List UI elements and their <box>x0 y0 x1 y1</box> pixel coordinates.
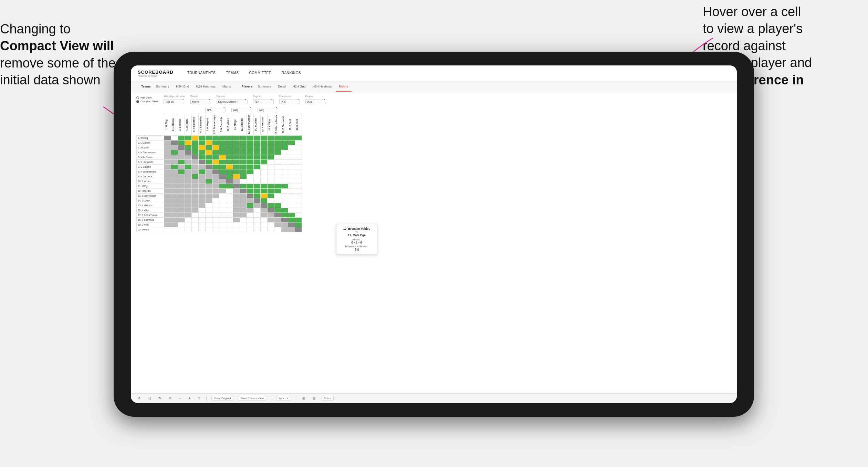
matrix-cell[interactable] <box>171 164 178 169</box>
matrix-cell[interactable] <box>288 150 295 155</box>
matrix-cell[interactable] <box>164 222 171 227</box>
matrix-cell[interactable] <box>199 203 206 208</box>
max-players-select-wrapper[interactable]: Top 25 <box>164 98 185 104</box>
matrix-cell[interactable] <box>254 135 261 140</box>
view-original-button[interactable]: View: Original <box>211 396 233 401</box>
matrix-cell[interactable] <box>226 188 233 193</box>
matrix-cell[interactable] <box>240 135 247 140</box>
matrix-cell[interactable] <box>254 203 261 208</box>
matrix-cell[interactable] <box>212 140 219 145</box>
matrix-cell[interactable] <box>226 140 233 145</box>
matrix-cell[interactable] <box>219 188 226 193</box>
matrix-cell[interactable] <box>261 208 268 212</box>
matrix-cell[interactable] <box>247 179 254 184</box>
matrix-cell[interactable] <box>226 193 233 198</box>
gender-select-wrapper[interactable]: Men's <box>190 98 211 104</box>
matrix-cell[interactable] <box>281 150 288 155</box>
matrix-cell[interactable] <box>185 208 192 212</box>
matrix-cell[interactable] <box>178 212 185 217</box>
matrix-cell[interactable] <box>274 145 281 150</box>
matrix-cell[interactable] <box>192 135 199 140</box>
matrix-cell[interactable] <box>164 212 171 217</box>
matrix-cell[interactable] <box>254 174 261 179</box>
help-button[interactable]: ? <box>197 396 202 401</box>
matrix-cell[interactable] <box>185 198 192 203</box>
matrix-cell[interactable] <box>254 155 261 159</box>
matrix-cell[interactable] <box>219 208 226 212</box>
matrix-cell[interactable] <box>261 164 268 169</box>
matrix-cell[interactable] <box>192 217 199 222</box>
matrix-cell[interactable] <box>199 222 206 227</box>
players2-select[interactable]: (All) <box>258 108 278 112</box>
matrix-cell[interactable] <box>206 174 212 179</box>
matrix-cell[interactable] <box>295 159 302 164</box>
matrix-cell[interactable] <box>164 164 171 169</box>
matrix-cell[interactable] <box>268 208 274 212</box>
matrix-cell[interactable] <box>281 227 288 232</box>
conference-select[interactable]: (All) <box>279 100 300 104</box>
matrix-cell[interactable] <box>247 193 254 198</box>
matrix-cell[interactable] <box>226 184 233 188</box>
matrix-cell[interactable] <box>261 227 268 232</box>
matrix-cell[interactable] <box>288 135 295 140</box>
matrix-cell[interactable] <box>226 159 233 164</box>
matrix-cell[interactable] <box>288 159 295 164</box>
matrix-cell[interactable] <box>164 227 171 232</box>
matrix-cell[interactable] <box>240 227 247 232</box>
matrix-cell[interactable] <box>226 208 233 212</box>
matrix-cell[interactable] <box>164 208 171 212</box>
matrix-cell[interactable] <box>233 222 240 227</box>
matrix-cell[interactable] <box>247 227 254 232</box>
matrix-cell[interactable] <box>219 174 226 179</box>
matrix-cell[interactable] <box>247 222 254 227</box>
matrix-cell[interactable] <box>274 169 281 174</box>
matrix-cell[interactable] <box>295 164 302 169</box>
matrix-cell[interactable] <box>171 159 178 164</box>
matrix-cell[interactable] <box>288 169 295 174</box>
matrix-cell[interactable] <box>288 222 295 227</box>
matrix-cell[interactable] <box>171 208 178 212</box>
matrix-cell[interactable] <box>281 198 288 203</box>
matrix-cell[interactable] <box>164 155 171 159</box>
matrix-cell[interactable] <box>206 145 212 150</box>
matrix-cell[interactable] <box>199 159 206 164</box>
matrix-cell[interactable] <box>192 227 199 232</box>
matrix-cell[interactable] <box>268 212 274 217</box>
matrix-cell[interactable] <box>254 184 261 188</box>
conference-select-wrapper[interactable]: (All) <box>279 98 300 104</box>
compact-view-radio[interactable] <box>136 100 139 103</box>
matrix-cell[interactable] <box>268 203 274 208</box>
matrix-cell[interactable] <box>171 212 178 217</box>
matrix-cell[interactable] <box>171 145 178 150</box>
matrix-cell[interactable] <box>206 155 212 159</box>
matrix-cell[interactable] <box>212 135 219 140</box>
matrix-cell[interactable] <box>247 159 254 164</box>
matrix-cell[interactable] <box>254 150 261 155</box>
matrix-cell[interactable] <box>185 174 192 179</box>
matrix-cell[interactable] <box>268 188 274 193</box>
matrix-cell[interactable] <box>199 212 206 217</box>
matrix-cell[interactable] <box>199 198 206 203</box>
matrix-cell[interactable] <box>281 217 288 222</box>
matrix-cell[interactable] <box>274 140 281 145</box>
matrix-cell[interactable] <box>178 208 185 212</box>
matrix-cell[interactable] <box>226 203 233 208</box>
matrix-cell[interactable] <box>171 135 178 140</box>
matrix-cell[interactable] <box>274 217 281 222</box>
matrix-cell[interactable] <box>247 174 254 179</box>
conference2-select-wrapper[interactable]: (All) <box>231 106 252 112</box>
matrix-cell[interactable] <box>171 140 178 145</box>
matrix-cell[interactable] <box>185 179 192 184</box>
matrix-cell[interactable] <box>212 208 219 212</box>
matrix-cell[interactable] <box>281 155 288 159</box>
matrix-cell[interactable] <box>261 150 268 155</box>
matrix-cell[interactable] <box>212 184 219 188</box>
matrix-cell[interactable] <box>261 188 268 193</box>
matrix-cell[interactable] <box>295 198 302 203</box>
matrix-cell[interactable] <box>192 169 199 174</box>
matrix-cell[interactable] <box>261 169 268 174</box>
matrix-cell[interactable] <box>261 212 268 217</box>
matrix-cell[interactable] <box>199 155 206 159</box>
matrix-cell[interactable] <box>233 179 240 184</box>
grid-button[interactable]: ⊟ <box>311 396 317 401</box>
